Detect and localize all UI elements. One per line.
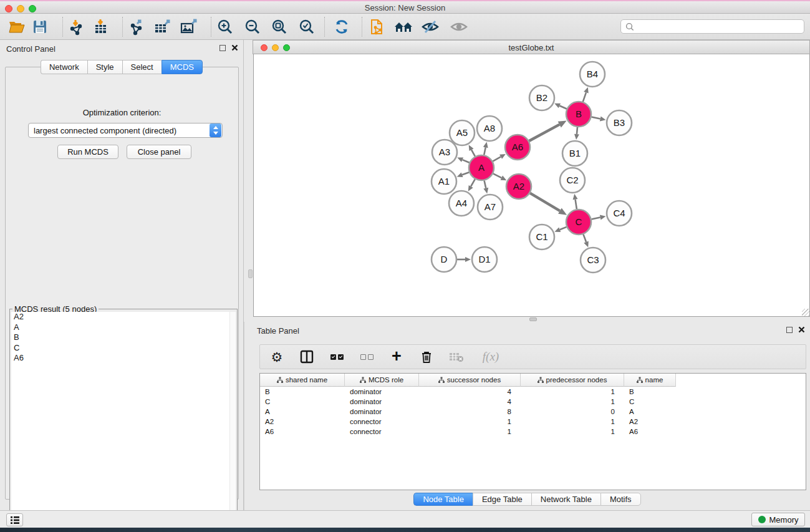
criterion-dropdown[interactable]: largest connected component (directed) — [28, 123, 223, 138]
export-network-button[interactable] — [126, 16, 148, 38]
search-input[interactable] — [635, 22, 804, 31]
edge-B-B4[interactable] — [583, 92, 586, 102]
import-network-button[interactable] — [65, 16, 87, 38]
close-panel-icon[interactable] — [231, 44, 238, 51]
save-session-button[interactable] — [29, 16, 51, 38]
network-horizontal-scrollbar[interactable] — [529, 317, 537, 321]
table-cell[interactable]: 4 — [419, 397, 521, 407]
table-cell[interactable]: 1 — [521, 427, 624, 437]
show-hidden-button[interactable] — [448, 16, 470, 38]
import-table-button[interactable] — [89, 16, 112, 38]
zoom-selected-button[interactable] — [296, 16, 318, 38]
table-cell[interactable]: dominator — [345, 397, 419, 407]
float-panel-icon[interactable] — [219, 45, 226, 51]
edge-A-A7[interactable] — [485, 180, 486, 188]
edge-A-A3[interactable] — [463, 160, 470, 163]
function-builder-button[interactable]: f(x) — [478, 349, 503, 365]
edge-A2-C[interactable] — [530, 193, 560, 211]
mcds-result-item[interactable]: A — [11, 322, 229, 333]
table-row[interactable]: Adominator80A — [260, 407, 676, 417]
table-cell[interactable]: 4 — [419, 387, 521, 397]
edge-B-B3[interactable] — [592, 117, 600, 118]
mcds-result-item[interactable]: A6 — [11, 353, 229, 364]
select-all-button[interactable] — [329, 349, 345, 365]
table-cell[interactable]: A2 — [624, 417, 676, 427]
zoom-fit-button[interactable] — [268, 16, 291, 38]
zoom-in-button[interactable] — [214, 16, 236, 38]
table-tab-motifs[interactable]: Motifs — [600, 493, 641, 506]
zoom-out-button[interactable] — [241, 16, 264, 38]
new-network-from-file-button[interactable] — [367, 16, 389, 38]
table-row[interactable]: A2connector11A2 — [260, 417, 676, 427]
mcds-result-item[interactable]: C — [11, 343, 229, 354]
table-cell[interactable]: A2 — [260, 417, 345, 427]
show-all-networks-button[interactable] — [392, 16, 415, 38]
edge-A-A5[interactable] — [471, 150, 475, 157]
task-history-button[interactable] — [6, 513, 23, 526]
create-column-button[interactable]: + — [388, 349, 405, 365]
network-vertical-scrollbar[interactable] — [248, 269, 253, 278]
float-table-panel-icon[interactable] — [786, 327, 793, 333]
edge-B-B2[interactable] — [559, 106, 566, 109]
edge-C-C3[interactable] — [583, 235, 586, 242]
deselect-all-button[interactable] — [359, 349, 375, 365]
close-panel-button[interactable]: Close panel — [127, 145, 191, 159]
table-tab-network-table[interactable]: Network Table — [531, 493, 600, 506]
open-session-button[interactable] — [6, 16, 28, 38]
control-tab-select[interactable]: Select — [122, 60, 162, 74]
table-cell[interactable]: 1 — [419, 417, 521, 427]
export-image-button[interactable] — [178, 16, 200, 38]
network-canvas[interactable]: AA1A2A3A4A5A6A7A8BB1B2B3B4CC1C2C3C4DD1 — [253, 54, 810, 317]
table-cell[interactable]: B — [624, 387, 676, 397]
table-cell[interactable]: A — [624, 407, 676, 417]
memory-button[interactable]: Memory — [751, 513, 805, 526]
network-graph[interactable]: AA1A2A3A4A5A6A7A8BB1B2B3B4CC1C2C3C4DD1 — [254, 54, 809, 316]
table-cell[interactable]: B — [260, 387, 345, 397]
table-cell[interactable]: connector — [345, 427, 419, 437]
table-cell[interactable]: 1 — [521, 417, 624, 427]
table-tab-node-table[interactable]: Node Table — [413, 493, 473, 506]
table-settings-button[interactable]: ⚙ — [269, 349, 285, 365]
edge-C-C2[interactable] — [576, 200, 577, 210]
table-cell[interactable]: C — [624, 397, 676, 407]
column-header-MCDS-role[interactable]: MCDS role — [345, 374, 419, 387]
table-cell[interactable]: dominator — [345, 407, 419, 417]
edge-A-A6[interactable] — [493, 157, 501, 161]
column-header-predecessor-nodes[interactable]: predecessor nodes — [521, 374, 624, 387]
table-cell[interactable]: 1 — [419, 427, 521, 437]
run-mcds-button[interactable]: Run MCDS — [57, 145, 118, 159]
column-header-successor-nodes[interactable]: successor nodes — [419, 374, 521, 387]
edge-C-C1[interactable] — [560, 227, 567, 230]
table-cell[interactable]: connector — [345, 417, 419, 427]
table-row[interactable]: A6connector11A6 — [260, 427, 676, 437]
show-columns-button[interactable] — [299, 349, 315, 365]
table-cell[interactable]: 1 — [521, 387, 624, 397]
table-cell[interactable]: 1 — [521, 397, 624, 407]
column-header-shared-name[interactable]: shared name — [260, 374, 345, 387]
column-header-name[interactable]: name — [624, 374, 676, 387]
close-table-panel-icon[interactable] — [798, 326, 805, 333]
search-field[interactable] — [620, 19, 804, 34]
table-cell[interactable]: A6 — [624, 427, 676, 437]
mcds-result-item[interactable]: A2 — [11, 312, 229, 322]
apply-layout-button[interactable] — [330, 16, 353, 38]
edge-C-C4[interactable] — [592, 218, 600, 220]
hide-selected-button[interactable] — [419, 16, 441, 38]
table-cell[interactable]: C — [260, 397, 345, 407]
export-table-button[interactable] — [152, 16, 174, 38]
table-tab-edge-table[interactable]: Edge Table — [473, 493, 531, 506]
edge-A-A8[interactable] — [484, 147, 485, 155]
edge-A-A4[interactable] — [471, 179, 475, 186]
table-cell[interactable]: 0 — [521, 407, 624, 417]
control-tab-mcds[interactable]: MCDS — [162, 60, 203, 74]
table-cell[interactable]: A6 — [260, 427, 345, 437]
table-row[interactable]: Bdominator41B — [260, 387, 676, 397]
table-cell[interactable]: dominator — [345, 387, 419, 397]
window-resize-grip[interactable] — [802, 309, 809, 316]
table-cell[interactable]: 8 — [419, 407, 521, 417]
table-row[interactable]: Cdominator41C — [260, 397, 676, 407]
edge-B-B1[interactable] — [577, 127, 577, 134]
edge-A-A2[interactable] — [493, 173, 501, 178]
table-cell[interactable]: A — [260, 407, 345, 417]
mcds-list-scrollbar[interactable] — [229, 312, 236, 520]
